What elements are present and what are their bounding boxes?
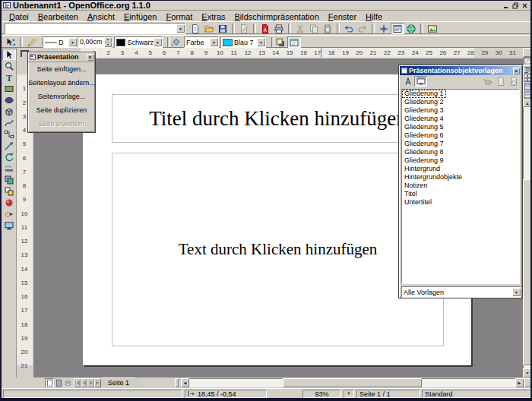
- menu-einfugen[interactable]: Einfügen: [119, 12, 161, 21]
- line-width-spinner[interactable]: 0,00cm ▲▼: [78, 36, 112, 48]
- 3d-objects-tool-button[interactable]: [2, 106, 16, 117]
- menu-fenster[interactable]: Fenster: [324, 12, 361, 21]
- fill-color-arrow[interactable]: ▼: [257, 38, 265, 46]
- menu-format[interactable]: Format: [161, 12, 197, 21]
- status-zoom-field[interactable]: 93%: [302, 390, 341, 398]
- style-item-notizen[interactable]: Notizen: [402, 182, 519, 190]
- open-document-button[interactable]: [202, 23, 216, 34]
- menu-hilfe[interactable]: Hilfe: [361, 12, 387, 21]
- palette-item-seitenlayout-andern[interactable]: Seitenlayout ändern...: [28, 76, 95, 90]
- style-item-gliederung-7[interactable]: Gliederung 7: [402, 140, 519, 148]
- effects-tool-button[interactable]: [2, 197, 16, 208]
- hyperlink-dialog-button[interactable]: [404, 23, 418, 34]
- style-item-gliederung-8[interactable]: Gliederung 8: [402, 148, 519, 156]
- slide-view-button[interactable]: [523, 74, 530, 82]
- style-item-gliederung-6[interactable]: Gliederung 6: [402, 131, 519, 140]
- save-document-button[interactable]: [216, 23, 230, 34]
- style-filter-select[interactable]: Alle Vorlagen ▼: [401, 286, 521, 298]
- zoom-tool-button[interactable]: [2, 60, 16, 71]
- line-style-select[interactable]: D ▼: [43, 36, 78, 48]
- tab-scrollbar-splitter[interactable]: [175, 378, 179, 387]
- ruler-corner-button[interactable]: [523, 48, 530, 57]
- palette-item-seitenvorlage[interactable]: Seitenvorlage...: [28, 90, 95, 103]
- vertical-scrollbar-track[interactable]: [523, 107, 530, 368]
- interaction-tool-button[interactable]: [2, 208, 16, 219]
- horizontal-scrollbar-thumb[interactable]: [283, 378, 422, 387]
- background-mode-button[interactable]: [54, 378, 63, 387]
- outline-view-button[interactable]: [523, 65, 530, 74]
- scroll-down-button[interactable]: ▼: [523, 368, 530, 377]
- graphic-styles-button[interactable]: [401, 76, 414, 87]
- menu-datei[interactable]: Datei: [5, 12, 33, 21]
- fill-type-select[interactable]: Farbe ▼: [184, 36, 219, 48]
- presentation-styles-button[interactable]: [414, 76, 427, 87]
- palette-item-seite-duplizieren[interactable]: Seite duplizieren: [28, 103, 95, 117]
- handout-view-button[interactable]: [523, 90, 530, 99]
- palette-item-seite-einfugen[interactable]: Seite einfügen...: [28, 62, 95, 76]
- menu-extras[interactable]: Extras: [197, 12, 230, 21]
- style-item-gliederung-4[interactable]: Gliederung 4: [402, 115, 519, 123]
- line-style-arrow[interactable]: ▼: [68, 38, 77, 46]
- scroll-left-button[interactable]: ◀: [181, 378, 189, 387]
- minimize-button[interactable]: [502, 2, 511, 9]
- curve-tool-button[interactable]: [2, 117, 16, 128]
- title-placeholder[interactable]: Titel durch Klicken hinzufügen: [112, 94, 444, 143]
- undo-button[interactable]: [342, 23, 356, 34]
- style-item-gliederung-2[interactable]: Gliederung 2: [402, 98, 519, 106]
- style-filter-arrow[interactable]: ▼: [512, 288, 521, 296]
- fill-type-arrow[interactable]: ▼: [210, 38, 218, 46]
- stylist-close-button[interactable]: ✕: [513, 68, 520, 74]
- lines-arrows-tool-button[interactable]: [2, 140, 16, 151]
- export-pdf-button[interactable]: A: [258, 23, 272, 34]
- fill-bucket-button[interactable]: [169, 36, 182, 48]
- style-item-gliederung-5[interactable]: Gliederung 5: [402, 123, 519, 131]
- edit-points-button[interactable]: [4, 36, 17, 48]
- arrange-tool-button[interactable]: [2, 174, 16, 185]
- style-item-hintergrund[interactable]: Hintergrund: [402, 165, 519, 173]
- url-combobox[interactable]: ▼: [5, 23, 185, 34]
- resize-corner[interactable]: [524, 378, 530, 387]
- slideshow-button-button[interactable]: [2, 219, 16, 231]
- style-item-titel[interactable]: Titel: [402, 190, 519, 198]
- rectangle-tool-button[interactable]: [2, 83, 16, 94]
- style-listbox[interactable]: Gliederung 1Gliederung 2Gliederung 3Glie…: [401, 89, 520, 284]
- body-placeholder[interactable]: Text durch Klicken hinzufügen: [112, 153, 444, 346]
- stylist-titlebar[interactable]: Präsentationsobjektvorlagen ✕: [400, 66, 521, 75]
- style-item-hintergrundobjekte[interactable]: Hintergrundobjekte: [402, 173, 519, 182]
- vertical-scrollbar-thumb[interactable]: [523, 179, 530, 365]
- line-color-select[interactable]: Schwarz ▼: [114, 36, 163, 48]
- menu-ansicht[interactable]: Ansicht: [83, 12, 119, 21]
- insert-tool-button[interactable]: [2, 185, 16, 197]
- status-page-field[interactable]: Seite 1 / 1: [356, 390, 420, 398]
- scroll-right-button[interactable]: ▶: [515, 378, 524, 387]
- gallery-button[interactable]: [426, 23, 439, 34]
- presentation-box-toggle-button[interactable]: [287, 36, 301, 48]
- connector-tool-button[interactable]: [2, 128, 16, 140]
- stylist-button[interactable]: [391, 23, 404, 34]
- palette-close-button[interactable]: ✕: [87, 54, 93, 61]
- url-dropdown-arrow[interactable]: ▼: [176, 24, 185, 33]
- status-template-field[interactable]: Standard: [422, 390, 530, 398]
- select-tool-button[interactable]: [2, 49, 16, 60]
- close-button[interactable]: [521, 2, 529, 9]
- pen-line-button[interactable]: [25, 36, 39, 48]
- navigator-button[interactable]: [377, 23, 391, 34]
- style-item-untertitel[interactable]: Untertitel: [402, 198, 519, 207]
- line-color-arrow[interactable]: ▼: [154, 38, 162, 46]
- horizontal-scrollbar-track[interactable]: [189, 378, 515, 387]
- style-item-gliederung-1[interactable]: Gliederung 1: [402, 90, 446, 98]
- layer-mode-button[interactable]: [63, 378, 72, 387]
- style-item-gliederung-3[interactable]: Gliederung 3: [402, 106, 519, 115]
- print-file-button[interactable]: [272, 23, 286, 34]
- horizontal-ruler[interactable]: 1234567891011121314151617181920212223242…: [33, 48, 523, 59]
- new-document-button[interactable]: [188, 23, 202, 34]
- notes-view-button[interactable]: [523, 82, 530, 90]
- fill-color-select[interactable]: Blau 7 ▼: [220, 36, 266, 48]
- ellipse-tool-button[interactable]: [2, 94, 16, 106]
- text-tool-button[interactable]: T: [2, 71, 16, 83]
- menu-bildschirmprasentation[interactable]: Bildschirmpräsentation: [230, 12, 324, 21]
- presentation-palette-titlebar[interactable]: Präsentation ✕: [28, 52, 95, 62]
- status-position-field[interactable]: 18,45 / -0,54: [185, 390, 267, 398]
- restore-button[interactable]: [511, 2, 520, 9]
- style-item-gliederung-9[interactable]: Gliederung 9: [402, 156, 519, 165]
